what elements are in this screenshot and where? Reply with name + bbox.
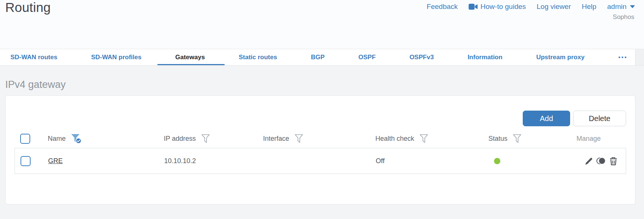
row-checkbox-cell — [21, 156, 48, 166]
row-name-cell: GRE — [48, 157, 164, 165]
clone-icon[interactable] — [596, 157, 606, 165]
add-button[interactable]: Add — [523, 111, 570, 126]
select-all-checkbox[interactable] — [20, 134, 30, 144]
tabbar: SD-WAN routes SD-WAN profiles Gateways S… — [0, 49, 635, 65]
gateway-name-link[interactable]: GRE — [48, 157, 63, 165]
tabbar-wrap: SD-WAN routes SD-WAN profiles Gateways S… — [0, 49, 644, 66]
column-status-label: Status — [488, 135, 507, 143]
tab-ospf[interactable]: OSPF — [359, 49, 376, 65]
row-checkbox[interactable] — [21, 156, 31, 166]
tab-sdwan-profiles[interactable]: SD-WAN profiles — [91, 49, 141, 65]
status-filter-icon[interactable] — [513, 134, 522, 143]
tab-gateways[interactable]: Gateways — [175, 49, 205, 65]
page-title: Routing — [5, 0, 51, 15]
column-manage-label: Manage — [576, 135, 601, 143]
log-viewer-link[interactable]: Log viewer — [537, 3, 571, 11]
row-manage-cell — [577, 157, 626, 165]
tab-sdwan-routes[interactable]: SD-WAN routes — [10, 49, 57, 65]
edit-icon[interactable] — [585, 157, 593, 165]
tab-upstream-proxy[interactable]: Upstream proxy — [536, 49, 584, 65]
help-link[interactable]: Help — [582, 3, 596, 11]
table-header: Name IP address Interfac — [6, 129, 635, 148]
tab-information[interactable]: Information — [468, 49, 503, 65]
feedback-link[interactable]: Feedback — [426, 3, 457, 11]
interface-filter-icon[interactable] — [294, 134, 303, 143]
table-row: GRE 10.10.10.2 Off — [15, 148, 626, 174]
help-label: Help — [582, 3, 596, 11]
log-viewer-label: Log viewer — [537, 3, 571, 11]
tab-ospfv3[interactable]: OSPFv3 — [409, 49, 434, 65]
column-health-check: Health check — [375, 134, 488, 143]
gateway-card: Add Delete Name IP address — [5, 95, 635, 204]
top-nav: Feedback How-to guides Log viewer Help a… — [426, 3, 635, 11]
user-menu[interactable]: admin — [607, 3, 635, 11]
section-heading: IPv4 gateway — [5, 79, 644, 91]
column-manage: Manage — [576, 135, 635, 143]
toolbar: Add Delete — [6, 96, 635, 126]
delete-icon[interactable] — [609, 157, 618, 165]
header-checkbox-cell — [20, 134, 48, 144]
more-tabs-button[interactable]: ••• — [618, 49, 628, 65]
tab-bgp[interactable]: BGP — [311, 49, 325, 65]
column-health-check-label: Health check — [375, 135, 414, 143]
row-status-cell — [489, 158, 577, 164]
health-check-filter-icon[interactable] — [419, 134, 428, 143]
video-camera-icon — [469, 3, 478, 10]
delete-button[interactable]: Delete — [573, 111, 626, 126]
user-label: admin — [607, 3, 626, 11]
status-up-indicator — [494, 158, 500, 164]
how-to-guides-link[interactable]: How-to guides — [469, 3, 526, 11]
tabs: SD-WAN routes SD-WAN profiles Gateways S… — [10, 49, 628, 65]
page-header: Routing Feedback How-to guides Log viewe… — [0, 0, 644, 49]
column-status: Status — [488, 134, 576, 143]
chevron-down-icon — [630, 5, 635, 8]
name-filter-active-icon[interactable] — [71, 134, 82, 144]
brand-label: Sophos — [613, 13, 634, 21]
ip-address-filter-icon[interactable] — [201, 134, 210, 143]
row-ip-cell: 10.10.10.2 — [164, 157, 263, 165]
column-interface: Interface — [263, 134, 375, 143]
tab-static-routes[interactable]: Static routes — [239, 49, 277, 65]
column-ip-address-label: IP address — [164, 135, 196, 143]
feedback-label: Feedback — [426, 3, 457, 11]
column-interface-label: Interface — [263, 135, 289, 143]
column-name: Name — [48, 134, 164, 144]
column-name-label: Name — [48, 135, 66, 143]
row-health-check-cell: Off — [376, 157, 489, 165]
routing-page: Routing Feedback How-to guides Log viewe… — [0, 0, 644, 219]
column-ip-address: IP address — [164, 134, 263, 143]
how-to-guides-label: How-to guides — [481, 3, 526, 11]
table-body: GRE 10.10.10.2 Off — [15, 148, 626, 174]
